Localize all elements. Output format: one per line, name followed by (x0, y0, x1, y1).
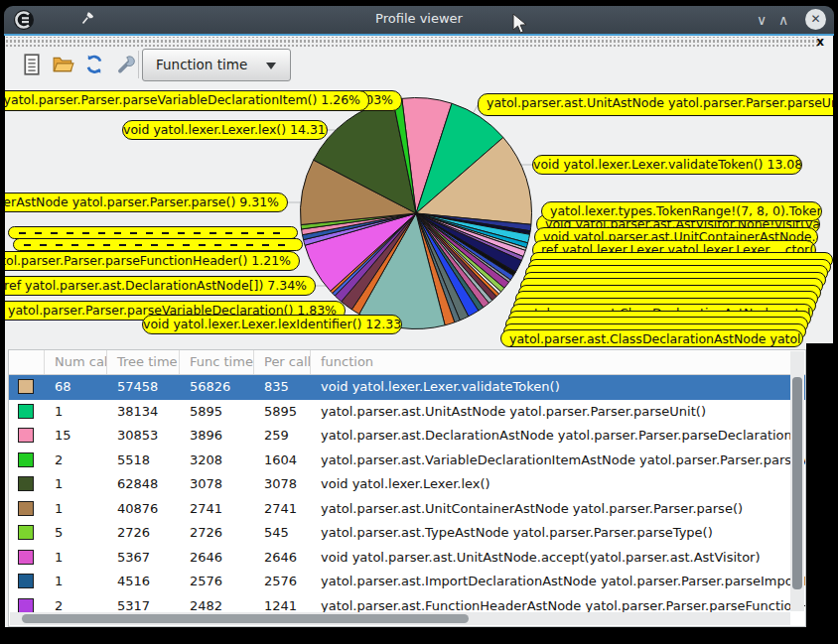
table-row[interactable]: 13813458955895yatol.parser.ast.UnitAstNo… (9, 400, 805, 425)
pie-callout: void yatol.lexer.Lexer.lex() 14.31% (122, 120, 328, 140)
row-color-cell (9, 375, 45, 400)
column-header-function[interactable]: function (311, 350, 805, 374)
table-row[interactable]: 14087627412741yatol.parser.ast.UnitConta… (9, 497, 805, 522)
vertical-scrollbar[interactable] (790, 351, 804, 611)
titlebar: Profile viewer ∨ ∧ ✕ (4, 6, 834, 34)
cell-tree-time: 38134 (107, 400, 180, 425)
cell-tree-time: 5367 (107, 546, 180, 571)
table-row[interactable]: 2551832081604yatol.parser.ast.VariableDe… (9, 449, 805, 473)
cell-func-time: 3896 (180, 424, 254, 449)
mouse-cursor (512, 13, 528, 35)
table-header: Num callsTree timeFunc timePer callfunct… (9, 350, 805, 375)
cell-num-calls: 15 (45, 424, 107, 449)
cell-num-calls: 1 (45, 472, 107, 497)
cell-function: void yatol.lexer.Lexer.lex() (311, 472, 805, 497)
cell-per-call: 835 (254, 375, 311, 400)
pie-callout: yatol.parser.ast.UnitAstNode yatol.parse… (478, 93, 833, 116)
cell-num-calls: 1 (45, 497, 107, 522)
column-header-per-call[interactable]: Per call (254, 350, 311, 374)
cell-tree-time: 2726 (107, 521, 180, 546)
cell-function: yatol.parser.ast.VariableDeclarationItem… (311, 449, 805, 473)
pie-callout-crushed (13, 238, 303, 251)
row-color-cell (9, 424, 45, 449)
pie-callout: void yatol.lexer.Lexer.validateToken() 1… (532, 155, 802, 175)
results-table: Num callsTree timeFunc timePer callfunct… (8, 349, 806, 627)
minimize-button[interactable]: ∨ (751, 10, 772, 30)
column-header-tree-time[interactable]: Tree time (107, 350, 180, 374)
table-row[interactable]: 16284830783078void yatol.lexer.Lexer.lex… (9, 472, 805, 497)
pie-callout: yatol.parser.ast.ClassDeclarationAstNode… (500, 329, 803, 347)
row-color-swatch (18, 550, 34, 565)
cell-func-time: 56826 (180, 375, 254, 400)
cell-func-time: 2576 (180, 570, 254, 594)
cell-tree-time: 5518 (107, 449, 180, 473)
horizontal-scrollbar-thumb[interactable] (22, 614, 469, 623)
profile-viewer-window: { "window": { "title": "Profile viewer",… (0, 0, 838, 644)
table-row[interactable]: 685745856826835void yatol.lexer.Lexer.va… (9, 375, 805, 400)
column-header-func-time[interactable]: Func time (180, 350, 254, 374)
row-color-swatch (18, 598, 34, 613)
column-header-color[interactable] (9, 350, 45, 374)
row-color-cell (9, 472, 45, 497)
cell-func-time: 5895 (180, 400, 254, 425)
cell-per-call: 259 (254, 424, 311, 449)
row-color-swatch (18, 574, 34, 588)
cell-num-calls: 1 (45, 400, 107, 425)
cell-func-time: 2726 (180, 521, 254, 546)
cell-func-time: 2646 (180, 546, 254, 571)
pie-callout: void yatol.lexer.Lexer.lexIdentifier() 1… (142, 315, 402, 334)
row-color-swatch (18, 428, 34, 443)
row-color-swatch (18, 452, 34, 467)
row-color-cell (9, 400, 45, 425)
cell-num-calls: 68 (45, 375, 107, 400)
cell-func-time: 2741 (180, 497, 254, 522)
vertical-scrollbar-thumb[interactable] (792, 377, 802, 589)
window-edge (806, 343, 833, 627)
close-button[interactable]: ✕ (805, 9, 826, 30)
window-title: Profile viewer (4, 11, 834, 26)
row-color-cell (9, 521, 45, 546)
cell-function: yatol.parser.ast.UnitContainerAstNode ya… (311, 497, 805, 522)
cell-tree-time: 40876 (107, 497, 180, 522)
pie-callout: yatol.parser.ast.UnitContainerAstNode ya… (5, 193, 288, 212)
table-row[interactable]: 1451625762576yatol.parser.ast.ImportDecl… (9, 570, 805, 594)
row-color-cell (9, 449, 45, 473)
cell-func-time: 3208 (180, 449, 254, 473)
cell-tree-time: 57458 (107, 375, 180, 400)
cell-function: void yatol.lexer.Lexer.validateToken() (311, 375, 805, 400)
cell-per-call: 3078 (254, 472, 311, 497)
column-header-num-calls[interactable]: Num calls (45, 350, 107, 374)
cell-function: yatol.parser.ast.ImportDeclarationAstNod… (311, 570, 805, 594)
cell-function: yatol.parser.ast.TypeAstNode yatol.parse… (311, 521, 805, 546)
cell-num-calls: 1 (45, 546, 107, 571)
main-content: x Function time 03%yatol.parser.ast.Vari… (5, 36, 833, 627)
cell-per-call: 2646 (254, 546, 311, 571)
horizontal-scrollbar[interactable] (10, 612, 790, 625)
cell-per-call: 2576 (254, 570, 311, 594)
row-color-cell (9, 546, 45, 571)
pie-callout: yatol.parser.ast.FunctionHeaderAstNode y… (5, 251, 300, 271)
table-row[interactable]: 15308533896259yatol.parser.ast.Declarati… (9, 424, 805, 449)
row-color-swatch (18, 525, 34, 540)
cell-per-call: 545 (254, 521, 311, 546)
cell-tree-time: 62848 (107, 472, 180, 497)
table-row[interactable]: 527262726545yatol.parser.ast.TypeAstNode… (9, 521, 805, 546)
pie-callout: yatol.lexer.types.TokenRange!(7, 8, 0).T… (541, 201, 822, 221)
cell-tree-time: 4516 (107, 570, 180, 594)
row-color-swatch (18, 501, 34, 516)
cell-num-calls: 1 (45, 570, 107, 594)
row-color-cell (9, 570, 45, 594)
cell-per-call: 5895 (254, 400, 311, 425)
row-color-swatch (18, 476, 34, 491)
maximize-button[interactable]: ∧ (772, 10, 794, 30)
cell-num-calls: 2 (45, 449, 107, 473)
cell-num-calls: 5 (45, 521, 107, 546)
cell-function: yatol.parser.ast.DeclarationAstNode yato… (311, 424, 805, 449)
pie-callout: yatol.parser.ast.VariableDeclarationItem… (5, 90, 369, 111)
cell-func-time: 3078 (180, 472, 254, 497)
cell-tree-time: 30853 (107, 424, 180, 449)
row-color-swatch (18, 404, 34, 419)
cell-function: void yatol.parser.ast.UnitAstNode.accept… (311, 546, 805, 571)
cell-function: yatol.parser.ast.UnitAstNode yatol.parse… (311, 400, 805, 425)
table-row[interactable]: 1536726462646void yatol.parser.ast.UnitA… (9, 546, 805, 571)
